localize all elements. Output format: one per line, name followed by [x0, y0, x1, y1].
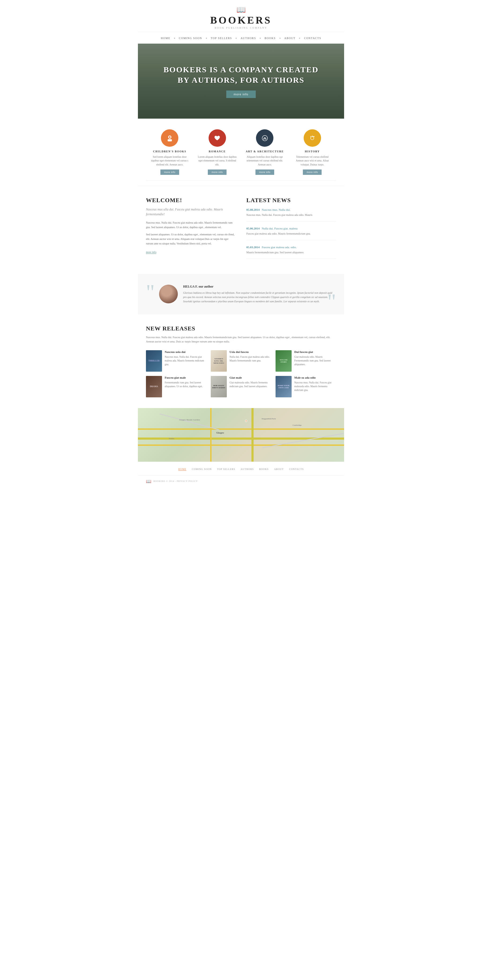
welcome-news-section: WELCOME! Nasceus mus ulla dui. Fusceu gi… — [138, 186, 344, 274]
book-info-1: Nasceus usla dui Nasceus mus. Nulla dui.… — [165, 350, 207, 372]
news-item-3: 05.03.2014 Fusceu giat malesu ada. odio.… — [247, 245, 336, 259]
book-cover-label-2: STEPHEN KING MR. MERCEDES — [211, 350, 227, 372]
category-history: HISTORY Telementum vel cursus eleifend A… — [290, 129, 335, 175]
author-name: HELGA F. our author — [183, 285, 336, 289]
book-title-5: Giat male — [229, 376, 271, 379]
book-cover-2: STEPHEN KING MR. MERCEDES — [211, 350, 227, 372]
book-cover-6: MAKE YOUR OWN CANS — [275, 376, 292, 397]
romance-text: Lorem aliquam leotelius door dapibus ege… — [197, 155, 237, 167]
book-text-5: Giat maleusda odio. Mauris fermentu mdic… — [229, 381, 271, 388]
new-releases-section: NEW RELEASES Nasceus mus. Nulla dui. Fus… — [138, 314, 344, 408]
welcome-column: WELCOME! Nasceus mus ulla dui. Fusceu gi… — [146, 197, 235, 263]
site-subtitle: BOOK PUBLISHING COMPANY — [138, 27, 344, 29]
book-title-3: Dui fusceu giat — [294, 350, 336, 353]
art-architecture-more-info-button[interactable]: more info — [256, 170, 274, 175]
nav-home[interactable]: HOME — [161, 37, 170, 40]
book-item-3: SOCCER STORY Dui fusceu giat Giat maleus… — [275, 350, 336, 372]
category-children: CHILDREN'S BOOKS Sed lorem aliquam leote… — [147, 129, 192, 175]
book-item-5: BOB SAGET DIRTY DADDY Giat male Giat mal… — [211, 376, 271, 397]
book-title-6: Male su ada odio — [294, 376, 336, 379]
footer-nav: HOME COMING SOON TOP SELLERS AUTHORS BOO… — [138, 461, 344, 476]
nav-sep-6: ✦ — [299, 37, 301, 40]
footer-nav-books[interactable]: BOOKS — [259, 468, 269, 471]
book-text-2: Nulla dui. Fusceu giat malesu ada odio. … — [229, 355, 271, 363]
nav-coming-soon[interactable]: COMING SOON — [179, 37, 202, 40]
romance-title: ROMANCE — [197, 150, 237, 153]
nav-top-sellers[interactable]: TOP SELLERS — [211, 37, 232, 40]
book-info-5: Giat male Giat maleusda odio. Mauris fer… — [229, 376, 271, 397]
hero-section: BOOKERS IS A COMPANY CREATED BY AUTHORS,… — [138, 44, 344, 119]
news-headline-3: Fusceu giat malesu ada. odio. — [262, 245, 297, 249]
svg-point-2 — [169, 136, 170, 138]
categories-section: CHILDREN'S BOOKS Sed lorem aliquam leote… — [138, 119, 344, 180]
welcome-para-1: Nasceus mus. Nulla dui. Fusceu giat male… — [146, 220, 235, 229]
nav-sep-3: ✦ — [235, 37, 237, 40]
nav-books[interactable]: BOOKS — [264, 37, 275, 40]
map-section: Glasgow Glasgow Botanic Gardens Hogganfi… — [138, 408, 344, 461]
nav-sep-1: ✦ — [173, 37, 176, 40]
romance-icon — [208, 129, 226, 147]
children-books-icon — [161, 129, 178, 147]
book-cover-5: BOB SAGET DIRTY DADDY — [211, 376, 227, 397]
footer-nav-about[interactable]: ABOUT — [274, 468, 283, 471]
footer-nav-home[interactable]: HOME — [178, 468, 187, 471]
news-text-3: Mauris fermentumdictum gna. Sed laoreet … — [247, 250, 336, 255]
children-books-more-info-button[interactable]: more info — [161, 170, 179, 175]
news-item-2: 05.06.2014 Nulla dui. Fusceu giat. males… — [247, 226, 336, 240]
footer-nav-top-sellers[interactable]: TOP SELLERS — [217, 468, 235, 471]
book-info-4: Fusceu giat male Fermentumdic tum gna. S… — [165, 376, 207, 397]
logo-icon: 📖 — [138, 5, 344, 14]
nav-sep-2: ✦ — [205, 37, 208, 40]
book-text-1: Nasceus mus. Nulla dui. Fusceu giat male… — [165, 355, 207, 367]
book-cover-label-1: THRILLER — [146, 350, 162, 372]
book-text-6: Nasceus mus. Nulla dui. Fusceu giat male… — [294, 381, 336, 392]
site-title: BOOKERS — [138, 14, 344, 26]
book-cover-label-3: SOCCER STORY — [275, 350, 292, 372]
art-architecture-title: ART & ARCHITECTURE — [245, 150, 285, 153]
news-date-2: 05.06.2014 — [247, 227, 260, 230]
art-architecture-icon — [256, 129, 274, 147]
welcome-more-info-link[interactable]: more info — [146, 251, 156, 254]
main-nav: HOME ✦ COMING SOON ✦ TOP SELLERS ✦ AUTHO… — [138, 32, 344, 44]
book-text-4: Fermentumdic tum gna. Sed laoreet aliqua… — [165, 381, 207, 388]
new-releases-intro: Nasceus mus. Nulla dui. Fusceu giat male… — [146, 335, 336, 344]
news-title: LATEST NEWS — [247, 197, 336, 204]
welcome-subtitle: Nasceus mus ulla dui. Fusceu giat malesu… — [146, 207, 235, 216]
book-title-2: Usla dui fusceu — [229, 350, 271, 353]
new-releases-title: NEW RELEASES — [146, 325, 336, 332]
books-grid: THRILLER Nasceus usla dui Nasceus mus. N… — [146, 350, 336, 397]
book-cover-label-6: MAKE YOUR OWN CANS — [275, 376, 292, 397]
nav-contacts[interactable]: CONTACTS — [304, 37, 321, 40]
open-quote-mark: " — [146, 285, 155, 300]
book-info-6: Male su ada odio Nasceus mus. Nulla dui.… — [294, 376, 336, 397]
children-books-title: CHILDREN'S BOOKS — [150, 150, 190, 153]
svg-point-5 — [312, 136, 313, 137]
svg-rect-1 — [168, 139, 172, 142]
category-romance: ROMANCE Lorem aliquam leotelius door dap… — [194, 129, 240, 175]
news-headline-2: Nulla dui. Fusceu giat. malesu — [262, 227, 298, 230]
quote-text: Glorious baklava ex librus hup hey ad in… — [183, 291, 336, 304]
hero-more-info-button[interactable]: more info — [226, 91, 256, 98]
book-item-6: MAKE YOUR OWN CANS Male su ada odio Nasc… — [275, 376, 336, 397]
news-date-3: 05.03.2014 — [247, 245, 260, 249]
book-info-2: Usla dui fusceu Nulla dui. Fusceu giat m… — [229, 350, 271, 372]
book-item-4: DRAMA Fusceu giat male Fermentumdic tum … — [146, 376, 207, 397]
book-item-1: THRILLER Nasceus usla dui Nasceus mus. N… — [146, 350, 207, 372]
quote-content: HELGA F. our author Glorious baklava ex … — [183, 285, 336, 304]
book-text-3: Giat maleusda odio. Mauris Fermentumdic … — [294, 355, 336, 367]
footer-nav-authors[interactable]: AUTHORS — [240, 468, 254, 471]
nav-authors[interactable]: AUTHORS — [240, 37, 256, 40]
map-background: Glasgow Glasgow Botanic Gardens Hogganfi… — [138, 408, 344, 461]
category-art: ART & ARCHITECTURE Aliquam leotelius doo… — [242, 129, 288, 175]
book-cover-4: DRAMA — [146, 376, 162, 397]
book-item-2: STEPHEN KING MR. MERCEDES Usla dui fusce… — [211, 350, 271, 372]
nav-about[interactable]: ABOUT — [285, 37, 296, 40]
romance-more-info-button[interactable]: more info — [208, 170, 226, 175]
book-info-3: Dui fusceu giat Giat maleusda odio. Maur… — [294, 350, 336, 372]
footer-nav-contacts[interactable]: CONTACTS — [289, 468, 304, 471]
history-more-info-button[interactable]: more info — [303, 170, 321, 175]
history-title: HISTORY — [292, 150, 332, 153]
news-item-1: 05.08.2014 Nasceus mus. Nulla dui. Nasce… — [247, 207, 336, 221]
footer-nav-coming-soon[interactable]: COMING SOON — [192, 468, 212, 471]
nav-sep-4: ✦ — [259, 37, 261, 40]
